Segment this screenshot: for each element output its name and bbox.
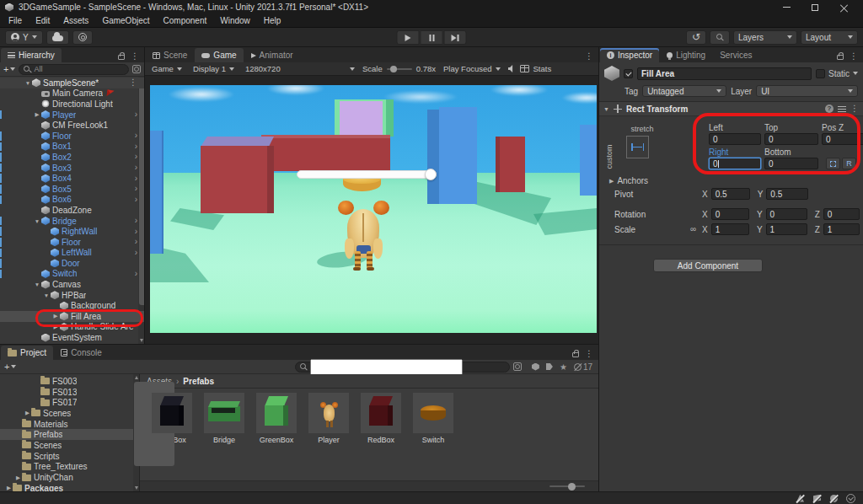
hierarchy-row[interactable]: Switch ⋮ — [0, 269, 144, 280]
label-filter-icon[interactable] — [546, 363, 553, 370]
active-checkbox[interactable] — [624, 69, 633, 78]
tab-animator[interactable]: Animator — [244, 48, 300, 62]
hierarchy-row[interactable]: ▼ Canvas ⋮ — [0, 279, 144, 290]
scale-slider-thumb[interactable] — [390, 66, 397, 72]
foldout-arrow-icon[interactable]: ▼ — [24, 80, 32, 86]
anchor-preset-box[interactable] — [626, 136, 649, 158]
minimize-button[interactable] — [772, 1, 801, 14]
axis-z-label[interactable]: Z — [815, 225, 820, 234]
hierarchy-row[interactable]: Box3 ⋮ — [0, 163, 144, 174]
hierarchy-search-input[interactable] — [34, 65, 124, 73]
favorites-icon[interactable] — [560, 362, 567, 372]
asset-item[interactable]: GreenBox — [255, 393, 297, 444]
pivot-y-field[interactable]: 0.5 — [766, 188, 808, 200]
step-button[interactable] — [444, 30, 467, 45]
layer-dropdown[interactable]: UI — [756, 85, 858, 97]
scroll-up-icon[interactable] — [135, 376, 138, 379]
close-button[interactable] — [829, 1, 858, 14]
lock-icon[interactable] — [118, 55, 125, 60]
tab-services[interactable]: Services — [713, 48, 758, 62]
posz-field[interactable]: 0 — [822, 133, 863, 145]
project-searchbox[interactable] — [295, 362, 510, 373]
lighting-muted-icon[interactable] — [812, 494, 822, 503]
kebab-icon[interactable]: ⋮ — [850, 53, 858, 60]
project-search-input[interactable] — [310, 359, 463, 375]
folder-row[interactable]: FS017 — [0, 397, 139, 408]
scroll-down-icon[interactable] — [135, 486, 138, 490]
help-icon[interactable] — [825, 105, 834, 113]
folder-row[interactable]: Materials — [0, 419, 139, 430]
hierarchy-row[interactable]: Main Camera ⋮ — [0, 88, 144, 99]
hierarchy-row[interactable]: ▶ Handle Slide Are ⋮ — [0, 322, 144, 333]
posz-label[interactable]: Pos Z — [822, 123, 863, 132]
kebab-icon[interactable]: ⋮ — [850, 105, 859, 112]
foldout-arrow-icon[interactable]: ▶ — [51, 324, 60, 330]
hierarchy-row[interactable]: Floor ⋮ — [0, 237, 144, 248]
tab-inspector[interactable]: Inspector — [600, 48, 659, 62]
hierarchy-row[interactable]: Box6 ⋮ — [0, 195, 144, 206]
hierarchy-row[interactable]: Directional Light ⋮ — [0, 99, 144, 110]
static-checkbox[interactable] — [816, 69, 825, 78]
pause-button[interactable] — [421, 30, 443, 45]
tab-hierarchy[interactable]: Hierarchy — [1, 48, 62, 62]
notification-muted-icon[interactable] — [796, 494, 805, 503]
breadcrumb-current[interactable]: Prefabs — [183, 377, 214, 386]
rotation-z-field[interactable]: 0 — [823, 208, 860, 220]
game-render[interactable] — [150, 85, 597, 333]
resolution-dropdown[interactable]: 1280x720 — [242, 63, 358, 75]
left-label[interactable]: Left — [709, 123, 761, 132]
hierarchy-searchbox[interactable] — [19, 64, 129, 75]
hidden-count[interactable]: 17 — [574, 362, 592, 372]
top-label[interactable]: Top — [764, 123, 818, 132]
folder-row[interactable]: FS013 — [0, 387, 139, 398]
foldout-arrow-icon[interactable]: ▶ — [24, 410, 31, 416]
scale-y-field[interactable]: 1 — [766, 223, 807, 235]
stats-toggle[interactable]: Stats — [533, 64, 552, 73]
axis-y-label[interactable]: Y — [758, 190, 764, 199]
menu-item[interactable]: File — [2, 16, 29, 25]
left-field[interactable]: 0 — [709, 133, 761, 145]
anchors-foldout[interactable]: ▶ Anchors — [609, 176, 860, 185]
hierarchy-row[interactable]: ▼ HPBar ⋮ — [0, 290, 144, 301]
menu-item[interactable]: GameObject — [95, 16, 156, 25]
add-component-button[interactable]: Add Component — [653, 259, 763, 272]
kebab-icon[interactable]: ⋮ — [131, 53, 139, 60]
blueprint-mode-button[interactable] — [826, 158, 840, 169]
search-button[interactable] — [710, 30, 730, 45]
kebab-icon[interactable]: ⋮ — [129, 79, 137, 86]
folder-row[interactable]: Tree_Textures — [0, 462, 139, 473]
top-field[interactable]: 0 — [764, 133, 818, 145]
prefab-open-arrow[interactable] — [135, 249, 137, 256]
hierarchy-row[interactable]: EventSystem ⋮ — [0, 332, 144, 343]
layout-dropdown[interactable]: Layout — [801, 30, 858, 45]
hierarchy-row[interactable]: ▶ Player ⋮ — [0, 110, 144, 121]
project-tree-scrollbar[interactable] — [133, 374, 139, 491]
scale-x-field[interactable]: 1 — [711, 223, 749, 235]
prefab-open-arrow[interactable] — [135, 111, 137, 118]
folder-row[interactable]: ▶ Scenes — [0, 408, 139, 419]
axis-x-label[interactable]: X — [702, 225, 708, 234]
version-control-button[interactable] — [72, 30, 93, 45]
package-filter-icon[interactable] — [532, 363, 539, 371]
prefab-open-arrow[interactable] — [135, 228, 137, 235]
play-button[interactable] — [397, 30, 420, 45]
asset-item[interactable]: RedBox — [360, 393, 402, 444]
foldout-arrow-icon[interactable]: ▼ — [603, 106, 609, 112]
rect-transform-header[interactable]: ▼ Rect Transform ⋮ — [599, 102, 863, 116]
vsync-grid-icon[interactable] — [520, 65, 529, 72]
foldout-arrow-icon[interactable]: ▼ — [33, 281, 41, 287]
folder-row[interactable]: Scenes — [0, 440, 139, 451]
create-button[interactable]: + — [4, 362, 16, 372]
tab-scene[interactable]: Scene — [146, 48, 194, 62]
foldout-arrow-icon[interactable]: ▼ — [42, 292, 51, 298]
folder-row[interactable]: Prefabs — [0, 429, 139, 440]
account-button[interactable]: Y — [5, 30, 43, 45]
right-field[interactable] — [709, 158, 761, 169]
prefab-open-arrow[interactable] — [135, 143, 137, 150]
lock-icon[interactable] — [837, 55, 844, 60]
menu-item[interactable]: Window — [213, 16, 257, 25]
folder-row[interactable]: Scripts — [0, 451, 139, 462]
bottom-field[interactable]: 0 — [764, 158, 818, 169]
foldout-arrow-icon[interactable]: ▶ — [14, 475, 22, 481]
foldout-arrow-icon[interactable]: ▼ — [33, 218, 41, 224]
